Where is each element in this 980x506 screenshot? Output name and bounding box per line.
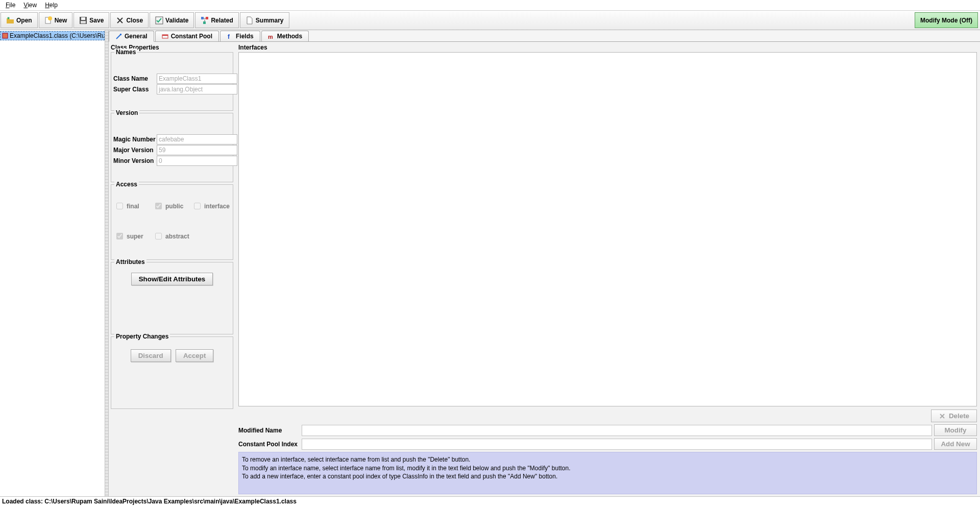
version-group: Version Magic Number Major Version Minor… <box>111 113 233 182</box>
modify-mode-button[interactable]: Modify Mode (Off) <box>915 12 978 28</box>
svg-rect-11 <box>162 35 168 36</box>
svg-rect-7 <box>206 17 208 19</box>
major-label: Major Version <box>113 147 157 154</box>
access-title: Access <box>114 181 139 188</box>
validate-label: Validate <box>165 17 188 24</box>
interfaces-panel: Interfaces Delete Modified Name Modify <box>235 42 980 496</box>
open-label: Open <box>16 17 32 24</box>
cp-index-label: Constant Pool Index <box>238 441 300 448</box>
tab-constant-pool-label: Constant Pool <box>171 33 212 40</box>
tree-item-class[interactable]: ExampleClass1.class (C:\Users\Ru <box>0 31 105 40</box>
hint-line-2: To modify an interface name, select inte… <box>242 464 973 472</box>
hint-box: To remove an interface, select interface… <box>238 452 977 494</box>
methods-icon: m <box>268 33 275 40</box>
cp-index-input[interactable] <box>302 439 932 450</box>
close-button[interactable]: Close <box>110 12 149 28</box>
attributes-group: Attributes Show/Edit Attributes <box>111 262 233 334</box>
interfaces-heading: Interfaces <box>238 44 977 51</box>
abstract-checkbox[interactable]: abstract <box>153 231 190 241</box>
svg-rect-4 <box>81 21 86 23</box>
modified-name-input[interactable] <box>302 425 932 436</box>
interface-checkbox[interactable]: interface <box>192 201 230 211</box>
delete-label: Delete <box>949 412 969 420</box>
svg-text:f: f <box>228 33 230 40</box>
final-checkbox[interactable]: final <box>114 201 151 211</box>
class-name-input[interactable] <box>157 74 237 84</box>
svg-rect-8 <box>203 21 206 24</box>
svg-rect-9 <box>3 33 8 38</box>
splitter[interactable] <box>105 30 109 496</box>
menu-file[interactable]: File <box>2 1 19 10</box>
status-text: Loaded class: C:\Users\Rupam Saini\IdeaP… <box>2 498 297 505</box>
main-area: ExampleClass1.class (C:\Users\Ru General… <box>0 30 980 496</box>
svg-rect-6 <box>201 17 204 19</box>
tab-constant-pool[interactable]: Constant Pool <box>155 31 219 41</box>
general-icon <box>115 33 122 40</box>
magic-input[interactable] <box>157 134 237 144</box>
super-class-input[interactable] <box>157 84 237 94</box>
save-label: Save <box>89 17 104 24</box>
related-icon <box>201 16 209 25</box>
minor-label: Minor Version <box>113 157 157 164</box>
class-name-label: Class Name <box>113 75 157 82</box>
version-title: Version <box>114 109 139 116</box>
svg-text:m: m <box>268 34 273 40</box>
minor-input[interactable] <box>157 156 237 166</box>
fields-icon: f <box>227 33 233 40</box>
tab-methods[interactable]: m Methods <box>261 31 309 41</box>
summary-icon <box>246 16 254 25</box>
modify-button[interactable]: Modify <box>934 424 977 436</box>
modify-mode-label: Modify Mode (Off) <box>920 17 972 24</box>
super-checkbox[interactable]: super <box>114 231 151 241</box>
tab-general[interactable]: General <box>109 31 154 42</box>
tabs: General Constant Pool f Fields m Methods <box>109 30 980 42</box>
statusbar: Loaded class: C:\Users\Rupam Saini\IdeaP… <box>0 496 980 506</box>
validate-icon <box>155 16 163 25</box>
add-new-button[interactable]: Add New <box>934 438 977 450</box>
hint-line-1: To remove an interface, select interface… <box>242 455 973 464</box>
related-label: Related <box>211 17 233 24</box>
menu-help[interactable]: Help <box>41 1 62 10</box>
open-button[interactable]: Open <box>1 12 38 28</box>
attributes-title: Attributes <box>114 258 146 266</box>
summary-button[interactable]: Summary <box>240 12 289 28</box>
validate-button[interactable]: Validate <box>150 12 194 28</box>
close-label: Close <box>126 17 143 24</box>
tree-pane[interactable]: ExampleClass1.class (C:\Users\Ru <box>0 30 105 496</box>
tab-fields-label: Fields <box>236 33 254 40</box>
accept-button[interactable]: Accept <box>176 349 213 362</box>
show-edit-attributes-button[interactable]: Show/Edit Attributes <box>131 273 213 285</box>
save-button[interactable]: Save <box>74 12 109 28</box>
names-title: Names <box>114 49 137 56</box>
toolbar: Open New Save Close Validate Related Sum… <box>0 11 980 30</box>
new-label: New <box>55 17 67 24</box>
svg-rect-3 <box>81 17 85 20</box>
access-group: Access final public interface super abst… <box>111 184 233 260</box>
tree-item-label: ExampleClass1.class (C:\Users\Ru <box>10 32 105 39</box>
discard-button[interactable]: Discard <box>131 349 171 362</box>
major-input[interactable] <box>157 145 237 155</box>
property-changes-group: Property Changes Discard Accept <box>111 336 233 409</box>
modified-name-label: Modified Name <box>238 427 300 434</box>
tab-general-label: General <box>125 33 148 40</box>
related-button[interactable]: Related <box>195 12 238 28</box>
property-changes-title: Property Changes <box>114 333 170 340</box>
delete-button[interactable]: Delete <box>931 409 977 422</box>
open-icon <box>6 16 14 25</box>
new-icon <box>44 16 53 25</box>
content: Class Properties Names Class Name Super … <box>109 42 980 496</box>
tab-fields[interactable]: f Fields <box>220 31 260 41</box>
summary-label: Summary <box>256 17 284 24</box>
menu-view[interactable]: View <box>19 1 41 10</box>
hint-line-3: To add a new interface, enter a constant… <box>242 472 973 480</box>
constant-pool-icon <box>162 33 168 40</box>
interfaces-list[interactable] <box>238 52 977 406</box>
public-checkbox[interactable]: public <box>153 201 190 211</box>
workpane: General Constant Pool f Fields m Methods… <box>109 30 980 496</box>
new-button[interactable]: New <box>39 12 73 28</box>
delete-icon <box>939 413 946 420</box>
names-group: Names Class Name Super Class <box>111 52 233 111</box>
menubar: File View Help <box>0 0 980 11</box>
class-properties-panel: Class Properties Names Class Name Super … <box>109 42 235 496</box>
close-icon <box>116 16 124 25</box>
